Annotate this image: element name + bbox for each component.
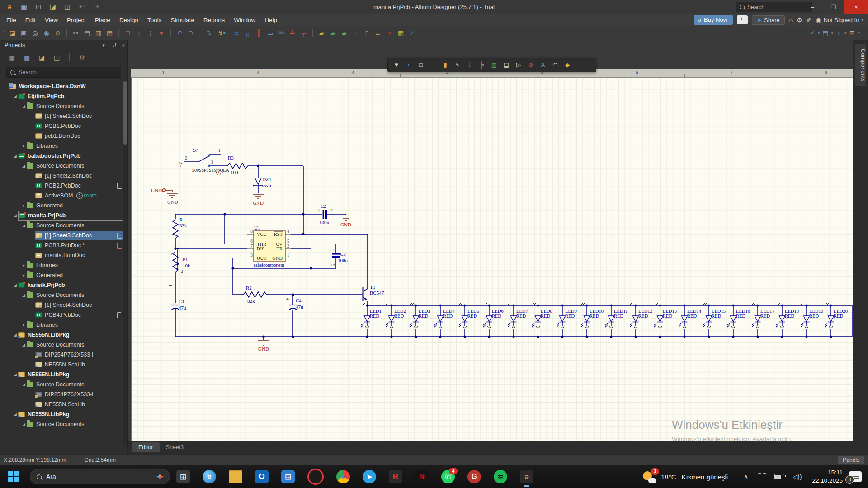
tree-caret[interactable]: ◢ <box>21 104 27 108</box>
tree-item-manita-bomdoc[interactable]: manita.BomDoc <box>0 250 125 260</box>
buy-now-button[interactable]: ə Buy Now <box>694 15 733 25</box>
place-reuse-icon[interactable]: ▰ <box>317 28 326 38</box>
move-icon[interactable]: + <box>134 28 144 38</box>
led-symbol-led17[interactable]: LED17RED <box>752 303 774 338</box>
grid-icon[interactable]: ⊞ <box>847 28 857 38</box>
gnd-port-icon[interactable]: ╧ <box>288 28 297 38</box>
tree-item-generated[interactable]: ▸Generated <box>0 201 125 211</box>
polygon-icon[interactable]: ◆ <box>562 60 572 70</box>
tree-item-libraries[interactable]: ▸Libraries <box>0 260 125 270</box>
paste-icon[interactable]: ▥ <box>94 28 103 38</box>
led-symbol-led6[interactable]: LED6RED <box>483 303 504 338</box>
sheet-symbol-icon[interactable]: ▭ <box>265 28 275 38</box>
menu-view[interactable]: View <box>40 15 62 25</box>
tree-caret[interactable]: ◢ <box>12 94 18 99</box>
search-folder-icon[interactable]: ◪ <box>37 52 47 62</box>
chevron-down-icon[interactable]: ▾ <box>844 31 847 35</box>
notification-center-icon[interactable]: 3 <box>849 471 862 482</box>
led-symbol-led11[interactable]: LED11RED <box>605 303 628 338</box>
save-icon[interactable]: ▣ <box>7 52 17 62</box>
share-button[interactable]: ➤ Share <box>752 15 785 25</box>
open-project-icon[interactable]: ◫ <box>62 2 72 12</box>
led-symbol-led5[interactable]: LED5RED <box>459 303 479 338</box>
no-erc-icon[interactable]: ⊘ <box>526 60 536 70</box>
layers-icon[interactable]: ▤ <box>821 28 830 38</box>
tree-item-ne555n-schlib[interactable]: NE555N.SchLib <box>0 399 125 409</box>
altium-logo-icon[interactable]: ə <box>5 2 14 12</box>
chrome-icon[interactable]: ● <box>336 470 350 483</box>
tree-item--1-sheet3-schdoc[interactable]: [1] Sheet3.SchDoc <box>0 230 125 240</box>
power-port-icon[interactable]: ↧ <box>465 60 475 70</box>
telegram-icon[interactable]: ➤ <box>363 470 376 483</box>
weather-widget[interactable]: 3 18°C Kısmen güneşli <box>643 470 728 483</box>
tree-item--1-sheet1-schdoc[interactable]: [1] Sheet1.SchDoc <box>0 111 125 121</box>
gndo-port[interactable]: GNDO GND <box>151 188 178 205</box>
tree-caret[interactable]: ◢ <box>21 223 27 228</box>
vcc-port-icon[interactable]: ╤ <box>299 28 308 38</box>
copy-icon[interactable]: ▤ <box>82 28 92 38</box>
redo-icon[interactable]: ↷ <box>186 28 196 38</box>
chevron-down-icon[interactable]: ▾ <box>818 31 820 35</box>
pin-icon[interactable]: ╞ <box>477 60 487 70</box>
led-symbol-led4[interactable]: LED4RED <box>434 303 455 338</box>
netflix-icon[interactable]: N <box>415 470 429 483</box>
led-symbol-led15[interactable]: LED15RED <box>703 303 726 338</box>
undo-icon[interactable]: ↶ <box>77 2 87 12</box>
led-symbol-led1[interactable]: LED1RED <box>361 303 382 338</box>
spotify-icon[interactable]: ≋ <box>494 470 507 483</box>
tree-caret[interactable]: ▸ <box>21 203 27 208</box>
open-document-icon[interactable]: ◪ <box>8 28 17 38</box>
no-erc-icon[interactable]: × <box>385 28 394 38</box>
tree-item-source-documents[interactable]: ◢Source Documents <box>0 290 125 300</box>
transistor-t1[interactable]: T1 BC547 <box>363 284 384 301</box>
global-search-input[interactable]: Search <box>736 2 812 12</box>
chevron-down-icon[interactable]: ▾ <box>831 31 833 35</box>
tree-item-workspace-1-ders-dsnw[interactable]: Workspace-1.Ders.DsnW <box>0 81 125 91</box>
save-icon[interactable]: ▣ <box>19 28 28 38</box>
tree-caret[interactable]: ◢ <box>12 154 18 158</box>
tree-item-pcb2-pcbdoc[interactable]: PCB2.PcbDoc <box>0 181 125 191</box>
tree-item-activebom[interactable]: ActiveBOM?reate <box>0 191 125 201</box>
tree-item--1-sheet4-schdoc[interactable]: [1] Sheet4.SchDoc <box>0 300 125 310</box>
cross-select-icon[interactable]: ⇅ <box>204 28 214 38</box>
menu-reports[interactable]: Reports <box>199 15 229 25</box>
tree-caret[interactable]: ◢ <box>21 343 27 347</box>
tree-item-libraries[interactable]: ▸Libraries <box>0 320 125 330</box>
undo-icon[interactable]: ↶ <box>175 28 184 38</box>
paste-special-icon[interactable]: ▦ <box>105 28 114 38</box>
led-symbol-led8[interactable]: LED8RED <box>532 303 552 338</box>
tree-caret[interactable]: ◢ <box>12 333 18 337</box>
sign-in-menu[interactable]: ◉ Not Signed In ▾ <box>816 16 863 23</box>
tree-item-source-documents[interactable]: ◢Source Documents <box>0 419 125 429</box>
settings-icon[interactable]: ⚙ <box>77 52 87 62</box>
tree-item-source-documents[interactable]: ◢Source Documents <box>0 161 125 171</box>
wire-icon[interactable]: ≈ <box>220 28 230 38</box>
tree-caret[interactable]: ◢ <box>21 422 27 427</box>
menu-simulate[interactable]: Simulate <box>166 15 199 25</box>
tree-item-ne555n-libpkg[interactable]: ◢NE555N.LibPkg <box>0 330 125 340</box>
projects-scrollbar[interactable] <box>123 81 127 446</box>
add-view-icon[interactable]: + <box>834 28 844 38</box>
tree-item-pcb1-bomdoc[interactable]: pcb1.BomDoc <box>0 131 125 141</box>
task-view-icon[interactable]: ⊞ <box>176 470 190 483</box>
tree-caret[interactable]: ◢ <box>12 412 18 417</box>
whatsapp-icon[interactable]: ✆4 <box>441 470 455 483</box>
schematic-check-icon[interactable]: ✓ <box>807 28 817 38</box>
tree-caret[interactable]: ◢ <box>21 293 27 297</box>
save-all-icon[interactable]: ⊡ <box>33 2 43 12</box>
text-icon[interactable]: A <box>538 60 548 70</box>
led-symbol-led20[interactable]: LED20RED <box>825 303 848 338</box>
tree-item-dip254p762x533-i[interactable]: DIP254P762X533-i <box>0 389 125 399</box>
select-rect-icon[interactable]: □ <box>416 60 426 70</box>
tree-item-dip254p762x533-i[interactable]: DIP254P762X533-i <box>0 350 125 360</box>
tree-caret[interactable]: ◢ <box>21 382 27 387</box>
tree-caret[interactable]: ◢ <box>21 164 27 168</box>
menu-place[interactable]: Place <box>90 15 115 25</box>
minimize-button[interactable]: – <box>802 0 823 14</box>
battery-icon[interactable] <box>774 474 784 479</box>
sheet-entry-icon[interactable]: ▥ <box>489 60 499 70</box>
edge-icon[interactable]: e <box>203 470 216 483</box>
compile-icon[interactable]: ▤ <box>22 52 32 62</box>
tray-chevron-icon[interactable]: ∧ <box>744 473 748 480</box>
altium-icon[interactable]: ə <box>520 470 533 483</box>
